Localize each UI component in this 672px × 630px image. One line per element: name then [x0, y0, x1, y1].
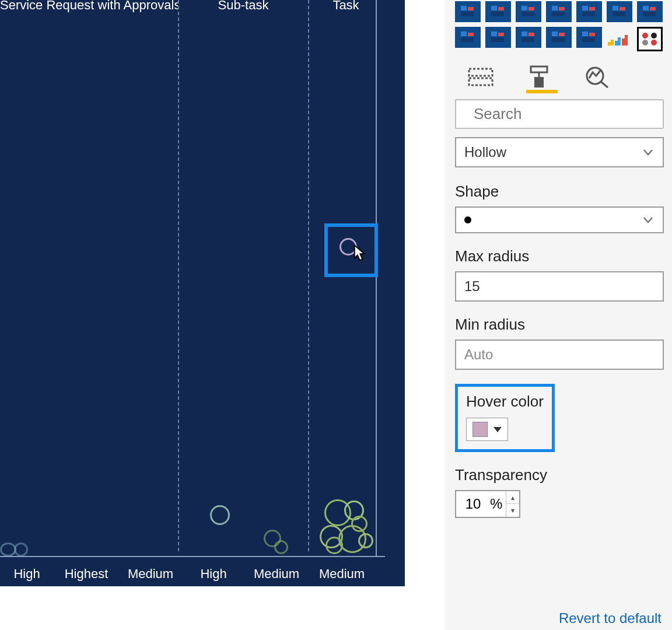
x-axis-label: Medium — [119, 566, 182, 582]
panel-tabs — [455, 51, 664, 92]
visualization-gallery: /*placeholder to keep template tidy*/ — [455, 0, 664, 51]
transparency-label: Transparency — [455, 466, 664, 484]
chart-canvas[interactable]: Service Request with Approvals Sub-task … — [0, 0, 405, 586]
svg-point-42 — [642, 33, 648, 38]
x-axis-label: High — [0, 566, 54, 582]
data-bubble[interactable] — [14, 542, 28, 556]
viz-tile[interactable] — [576, 27, 602, 48]
svg-point-45 — [651, 40, 657, 46]
shape-label: Shape — [455, 183, 664, 201]
viz-tile[interactable] — [546, 27, 572, 48]
min-radius-label: Min radius — [455, 316, 664, 334]
svg-rect-11 — [552, 12, 565, 16]
min-radius-input[interactable] — [455, 340, 664, 370]
svg-rect-16 — [620, 7, 625, 10]
max-radius-label: Max radius — [455, 247, 664, 265]
svg-rect-17 — [612, 12, 625, 16]
formatting-panel: /*placeholder to keep template tidy*/ — [444, 0, 672, 630]
data-bubble[interactable] — [274, 540, 288, 554]
transparency-unit: % — [490, 491, 506, 517]
svg-line-52 — [601, 82, 608, 88]
svg-rect-47 — [469, 78, 492, 85]
viz-tile[interactable] — [576, 1, 602, 22]
x-axis-label: High — [182, 566, 245, 582]
svg-rect-18 — [643, 6, 649, 10]
svg-rect-29 — [522, 37, 534, 42]
tab-format-icon[interactable] — [526, 65, 552, 89]
tab-analytics-icon[interactable] — [584, 65, 610, 89]
chevron-down-icon — [642, 146, 654, 159]
svg-rect-35 — [582, 37, 595, 42]
data-bubble[interactable] — [326, 537, 343, 554]
svg-rect-13 — [589, 7, 595, 10]
hover-color-swatch — [473, 422, 488, 437]
col-header: Sub-task — [178, 0, 309, 13]
spinner-up-icon[interactable]: ▴ — [506, 491, 519, 504]
svg-rect-2 — [461, 12, 474, 16]
viz-tile[interactable] — [637, 27, 663, 51]
svg-rect-19 — [650, 7, 656, 10]
data-bubble[interactable] — [351, 516, 368, 532]
data-bubble[interactable] — [358, 533, 373, 548]
hover-color-highlight: Hover color — [455, 384, 555, 452]
transparency-value[interactable]: 10 — [456, 491, 490, 517]
viz-tile[interactable] — [516, 1, 541, 22]
column-divider — [178, 0, 179, 551]
svg-rect-27 — [522, 32, 527, 36]
svg-rect-25 — [498, 33, 504, 36]
viz-tile[interactable] — [455, 1, 481, 22]
search-box[interactable] — [455, 99, 664, 129]
data-bubble-selected[interactable] — [340, 238, 357, 256]
svg-rect-10 — [559, 7, 565, 10]
revert-to-default-link[interactable]: Revert to default — [559, 610, 662, 626]
viz-tile[interactable] — [485, 1, 511, 22]
svg-rect-4 — [498, 7, 504, 10]
viz-tile[interactable] — [607, 1, 632, 22]
y-axis-line — [376, 0, 377, 557]
spinner-down-icon[interactable]: ▾ — [506, 504, 519, 517]
chart-column-headers: Service Request with Approvals Sub-task … — [0, 0, 405, 13]
svg-rect-31 — [559, 33, 565, 36]
viz-tile[interactable] — [607, 27, 632, 49]
svg-rect-33 — [582, 32, 588, 36]
svg-rect-34 — [589, 33, 595, 36]
svg-rect-46 — [469, 69, 492, 76]
svg-rect-48 — [531, 66, 547, 72]
svg-rect-7 — [528, 7, 534, 10]
viz-tile[interactable] — [485, 27, 511, 48]
data-bubble[interactable] — [210, 505, 230, 525]
svg-rect-0 — [461, 6, 467, 10]
tab-fields-icon[interactable] — [468, 65, 494, 89]
shape-select[interactable] — [455, 206, 664, 233]
x-axis-label: Highest — [54, 566, 119, 582]
svg-rect-28 — [528, 33, 534, 36]
svg-rect-23 — [461, 37, 474, 42]
max-radius-input[interactable] — [455, 271, 664, 302]
svg-point-43 — [651, 33, 657, 38]
svg-rect-26 — [491, 37, 504, 42]
svg-rect-32 — [552, 37, 565, 42]
search-input[interactable] — [474, 105, 663, 123]
svg-rect-9 — [552, 6, 558, 10]
viz-tile[interactable] — [546, 1, 572, 22]
x-axis-line — [0, 556, 385, 557]
svg-point-44 — [642, 40, 648, 46]
svg-rect-21 — [461, 32, 467, 36]
svg-rect-39 — [618, 37, 621, 46]
col-header: Task — [309, 0, 383, 13]
svg-rect-38 — [615, 41, 618, 46]
style-select[interactable]: Hollow — [455, 137, 664, 167]
svg-rect-1 — [468, 7, 474, 10]
tab-underline — [526, 90, 558, 93]
transparency-spinner[interactable]: 10 % ▴ ▾ — [455, 490, 520, 518]
hover-color-picker[interactable] — [466, 418, 508, 441]
svg-rect-22 — [468, 33, 474, 36]
viz-tile[interactable] — [637, 1, 663, 22]
x-axis-labels: High Highest Medium High Medium Medium — [0, 566, 405, 582]
shape-dot-icon — [464, 216, 471, 223]
col-header: Service Request with Approvals — [0, 0, 178, 13]
viz-tile[interactable] — [455, 27, 481, 48]
style-select-value: Hollow — [464, 144, 506, 160]
svg-rect-6 — [522, 6, 527, 10]
viz-tile[interactable] — [516, 27, 541, 48]
